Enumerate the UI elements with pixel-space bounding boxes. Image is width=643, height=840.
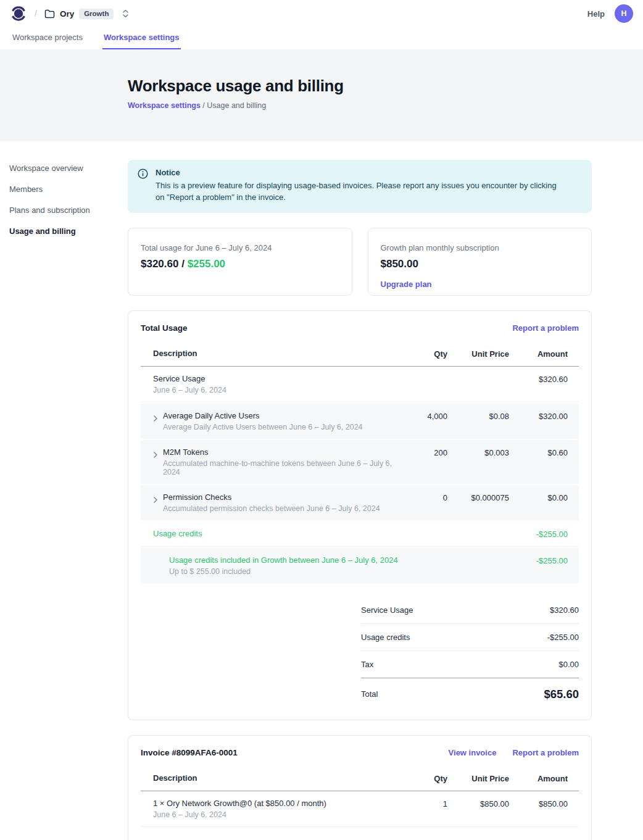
sidebar-item-workspace-overview[interactable]: Workspace overview [9, 160, 120, 177]
row-qty: 200 [398, 447, 447, 457]
row-adau-sub: Average Daily Active Users between June … [163, 423, 363, 431]
summary-value: $0.00 [558, 660, 579, 669]
row-usage-credits-detail-name: Usage credits included in Growth between… [169, 555, 398, 565]
sidebar-item-members[interactable]: Members [9, 181, 120, 198]
row-amount: $0.00 [509, 493, 568, 502]
row-amount: -$255.00 [509, 529, 568, 539]
report-problem-link[interactable]: Report a problem [512, 748, 579, 757]
row-qty: 1 [398, 799, 447, 809]
summary-row-service-usage: Service Usage $320.60 [361, 597, 579, 624]
row-service-usage-name: Service Usage [153, 374, 398, 383]
ory-logo-icon[interactable] [11, 5, 26, 22]
notice-body: This is a preview feature for displaying… [156, 180, 563, 204]
row-amount: $320.60 [509, 374, 568, 384]
sidebar-item-plans-and-subscription[interactable]: Plans and subscription [9, 202, 120, 218]
chevron-updown-icon[interactable] [122, 9, 129, 19]
row-unit-price [447, 374, 509, 375]
summary-label: Service Usage [361, 605, 413, 615]
col-qty: Qty [398, 349, 447, 359]
total-usage-card: Total Usage Report a problem Description… [128, 310, 592, 720]
tab-workspace-projects[interactable]: Workspace projects [11, 27, 84, 49]
invoice-card: Invoice #8099AFA6-0001 View invoice Repo… [128, 735, 592, 840]
row-usage-credits-detail-sub: Up to $ 255.00 included [169, 567, 398, 576]
tab-workspace-settings[interactable]: Workspace settings [102, 27, 181, 49]
summary-row-total: Total $65.60 [361, 678, 579, 704]
summary-row-usage-credits: Usage credits -$255.00 [361, 624, 579, 651]
row-unit-price [447, 555, 509, 556]
plan-badge: Growth [79, 9, 114, 19]
table-row: M2M Tokens Accumulated machine-to-machin… [141, 440, 579, 484]
total-usage-summary-card: Total usage for June 6 – July 6, 2024 $3… [128, 228, 352, 296]
summary-value: $320.60 [550, 605, 579, 615]
page-title: Workspace usage and billing [128, 77, 643, 96]
row-adau-name: Average Daily Active Users [163, 411, 363, 420]
total-usage-label: Total usage for June 6 – July 6, 2024 [141, 243, 339, 252]
sidebar-item-usage-and-billing[interactable]: Usage and billing [9, 223, 120, 239]
invoice-line-period: June 6 – July 6, 2024 [153, 810, 398, 819]
table-row: Usage credits -$255.00 [141, 522, 579, 547]
folder-icon [44, 9, 55, 19]
workspace-switcher[interactable]: Ory Growth [44, 9, 130, 19]
row-qty [398, 374, 447, 375]
row-m2m-name: M2M Tokens [163, 447, 398, 457]
col-qty: Qty [398, 773, 447, 783]
page-header: Workspace usage and billing Workspace se… [0, 49, 643, 141]
row-unit-price [447, 529, 509, 530]
help-link[interactable]: Help [587, 9, 605, 19]
info-icon [138, 168, 148, 204]
row-amount: $850.00 [509, 799, 568, 809]
row-amount: $0.60 [509, 447, 568, 457]
row-unit-price: $0.000075 [447, 493, 509, 502]
row-permission-checks-name: Permission Checks [163, 493, 380, 502]
plan-subscription-label: Growth plan monthly subscription [381, 243, 579, 252]
usage-table-header: Description Qty Unit Price Amount [141, 343, 579, 367]
invoice-line-name: 1 × Ory Network Growth@0 (at $850.00 / m… [153, 799, 398, 808]
row-unit-price: $850.00 [447, 799, 509, 809]
row-usage-credits-name: Usage credits [153, 529, 398, 538]
table-row: Service Usage June 6 – July 6, 2024 $320… [141, 367, 579, 402]
expand-chevron-icon[interactable] [153, 496, 158, 513]
breadcrumb-workspace-settings-link[interactable]: Workspace settings [128, 101, 201, 110]
summary-row-tax: Tax $0.00 [361, 651, 579, 678]
usage-summary: Service Usage $320.60 Usage credits -$25… [361, 597, 579, 704]
usage-credit-limit: $255.00 [188, 258, 225, 270]
user-avatar[interactable]: H [615, 4, 633, 23]
col-unit-price: Unit Price [447, 773, 509, 783]
total-value: $65.60 [544, 688, 579, 701]
top-bar: / Ory Growth Help H [0, 0, 643, 27]
expand-chevron-icon[interactable] [153, 451, 158, 476]
row-amount: -$255.00 [509, 555, 568, 565]
col-amount: Amount [509, 349, 568, 359]
row-qty [398, 529, 447, 530]
total-label: Total [361, 689, 378, 699]
summary-label: Tax [361, 660, 373, 669]
row-unit-price: $0.08 [447, 411, 509, 421]
row-service-usage-period: June 6 – July 6, 2024 [153, 386, 398, 394]
row-qty [398, 555, 447, 556]
summary-label: Usage credits [361, 633, 410, 642]
total-usage-amount: $320.60 / $255.00 [141, 258, 339, 270]
row-qty: 4,000 [398, 411, 447, 421]
row-unit-price: $0.003 [447, 447, 509, 457]
invoice-table-header: Description Qty Unit Price Amount [141, 767, 579, 791]
usage-amount-separator: / [178, 258, 187, 270]
expand-chevron-icon[interactable] [153, 415, 158, 431]
col-description: Description [153, 349, 398, 358]
table-row: Usage credits included in Growth between… [141, 548, 579, 583]
table-row: 1 × Ory Network Growth@0 (at $850.00 / m… [141, 791, 579, 827]
breadcrumb: Workspace settings / Usage and billing [128, 101, 643, 110]
total-usage-card-title: Total Usage [141, 323, 188, 333]
report-problem-link[interactable]: Report a problem [512, 323, 579, 333]
workspace-name: Ory [60, 9, 74, 19]
breadcrumb-current: / Usage and billing [201, 101, 266, 110]
plan-subscription-card: Growth plan monthly subscription $850.00… [368, 228, 592, 296]
summary-value: -$255.00 [547, 633, 579, 642]
settings-sidebar: Workspace overview Members Plans and sub… [9, 160, 120, 244]
tab-bar: Workspace projects Workspace settings [0, 27, 643, 49]
view-invoice-link[interactable]: View invoice [449, 748, 497, 757]
row-amount: $320.00 [509, 411, 568, 421]
row-permission-checks-sub: Accumulated permission checks between Ju… [163, 504, 380, 513]
invoice-card-title: Invoice #8099AFA6-0001 [141, 748, 238, 757]
breadcrumb-separator: / [35, 9, 37, 19]
upgrade-plan-link[interactable]: Upgrade plan [381, 280, 432, 289]
